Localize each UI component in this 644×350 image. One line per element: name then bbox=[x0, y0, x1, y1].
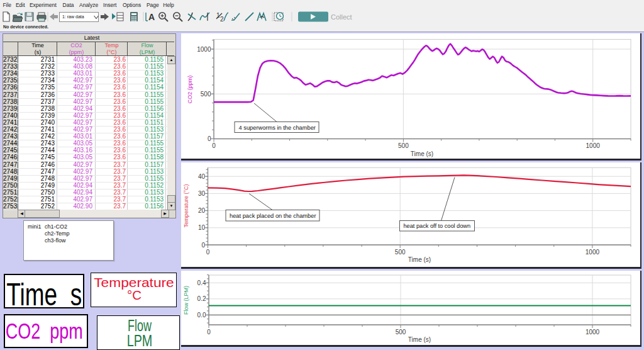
svg-text:2: 2 bbox=[220, 16, 224, 23]
svg-text:A: A bbox=[148, 12, 155, 22]
